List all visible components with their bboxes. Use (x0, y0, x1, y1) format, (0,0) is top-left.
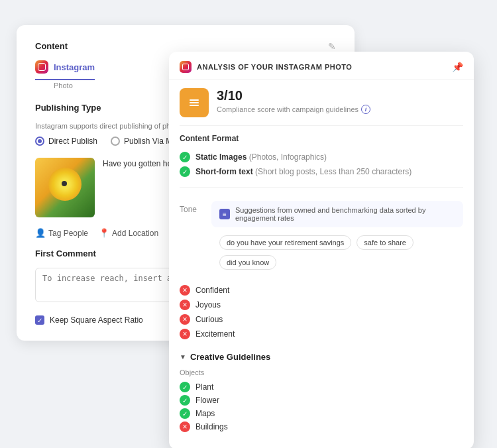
format-light-1: (Short blog posts, Less than 250 charact… (255, 167, 412, 176)
format-bold-0: Static Images (195, 152, 247, 162)
suggestions-icon (219, 209, 230, 219)
divider-2 (180, 187, 463, 188)
cg-label-3: Buildings (195, 422, 228, 431)
format-light-0: (Photos, Infographics) (249, 152, 327, 162)
analysis-card: ANALYSIS OF YOUR INSTAGRAM PHOTO 📌 3/10 … (169, 52, 474, 448)
tone-content: Suggestions from owned and benchmarking … (211, 201, 463, 272)
tone-item-0: Confident (180, 283, 463, 298)
edit-icon[interactable]: ✎ (328, 41, 336, 52)
tag-people-icon: 👤 (35, 228, 46, 238)
tone-items: Confident Joyous Curious Excitement (169, 278, 474, 347)
tone-item-label-0: Confident (195, 286, 229, 295)
score-section: 3/10 Compliance score with campaign guid… (169, 80, 474, 125)
x-red-3 (180, 329, 190, 339)
score-details: 3/10 Compliance score with campaign guid… (217, 88, 370, 114)
platform-name: Instagram (54, 62, 95, 72)
tone-item-label-2: Curious (195, 315, 223, 324)
tone-chip-2[interactable]: did you know (219, 255, 276, 270)
cg-arrow-icon: ▼ (180, 353, 186, 361)
content-title: Content (35, 41, 95, 51)
score-badge-lines (187, 97, 201, 109)
radio-direct-label: Direct Publish (48, 137, 97, 146)
score-value: 3/10 (217, 88, 370, 103)
x-red-1 (180, 300, 190, 310)
cg-label-0: Plant (195, 382, 213, 392)
format-label-0: Static Images (Photos, Infographics) (195, 152, 327, 162)
radio-dot-inactive (111, 137, 120, 146)
content-format-title: Content Format (169, 134, 474, 150)
analysis-ig-icon (180, 61, 192, 73)
cg-x-3 (180, 421, 190, 432)
radio-dot-active (35, 137, 44, 146)
cg-item-0: Plant (180, 380, 463, 394)
tone-item-label-1: Joyous (195, 300, 221, 309)
creative-guidelines-section: ▼ Creative Guidelines Objects Plant Flow… (169, 347, 474, 439)
analysis-title: ANALYSIS OF YOUR INSTAGRAM PHOTO (197, 63, 352, 71)
score-line-2 (190, 102, 199, 103)
format-bold-1: Short-form text (195, 167, 253, 176)
cg-check-1 (180, 395, 190, 406)
pin-icon[interactable]: 📌 (452, 62, 463, 72)
tone-chip-0[interactable]: do you have your retirement savings (219, 235, 351, 250)
suggestions-text: Suggestions from owned and benchmarking … (235, 206, 455, 222)
tone-chips: do you have your retirement savings safe… (211, 233, 463, 272)
tone-item-3: Excitement (180, 327, 463, 341)
tone-item-1: Joyous (180, 298, 463, 312)
creative-guidelines-toggle[interactable]: ▼ Creative Guidelines (180, 352, 463, 362)
tag-people-label: Tag People (48, 229, 88, 238)
post-image (35, 158, 95, 217)
cg-label-1: Flower (195, 396, 219, 405)
add-location-action[interactable]: 📍 Add Location (99, 228, 158, 238)
score-badge (180, 88, 209, 117)
objects-title: Objects (180, 368, 463, 376)
score-line-3 (190, 105, 199, 106)
x-red-0 (180, 285, 190, 296)
tone-item-2: Curious (180, 312, 463, 327)
cg-check-0 (180, 382, 190, 392)
divider-1 (180, 125, 463, 126)
instagram-icon (35, 60, 48, 74)
add-location-label: Add Location (112, 229, 158, 238)
keep-square-checkbox[interactable] (35, 315, 44, 325)
tag-people-action[interactable]: 👤 Tag People (35, 228, 88, 238)
cg-item-2: Maps (180, 407, 463, 420)
platform-type: Photo (35, 82, 95, 89)
cg-item-3: Buildings (180, 420, 463, 433)
format-label-1: Short-form text (Short blog posts, Less … (195, 167, 412, 176)
platform-tab[interactable]: Instagram (35, 60, 95, 80)
cg-check-2 (180, 408, 190, 419)
info-icon[interactable]: i (361, 105, 370, 114)
keep-square-label: Keep Square Aspect Ratio (50, 315, 143, 325)
cg-item-1: Flower (180, 394, 463, 407)
tone-label: Tone (180, 201, 203, 214)
radio-direct-publish[interactable]: Direct Publish (35, 137, 97, 146)
check-green-1 (180, 166, 190, 177)
x-red-2 (180, 314, 190, 325)
score-line-1 (190, 99, 199, 101)
location-icon: 📍 (99, 228, 109, 238)
format-item-0: Static Images (Photos, Infographics) (169, 150, 474, 164)
cg-label-2: Maps (195, 409, 215, 418)
tone-section: Tone Suggestions from owned and benchmar… (169, 196, 474, 278)
tone-chip-1[interactable]: safe to share (357, 235, 414, 250)
format-item-1: Short-form text (Short blog posts, Less … (169, 164, 474, 179)
suggestions-box: Suggestions from owned and benchmarking … (211, 201, 463, 227)
tone-item-label-3: Excitement (195, 329, 235, 339)
compliance-text: Compliance score with campaign guideline… (217, 105, 370, 114)
creative-guidelines-title: Creative Guidelines (190, 352, 270, 362)
analysis-header: ANALYSIS OF YOUR INSTAGRAM PHOTO 📌 (169, 52, 474, 80)
check-green-0 (180, 152, 190, 162)
